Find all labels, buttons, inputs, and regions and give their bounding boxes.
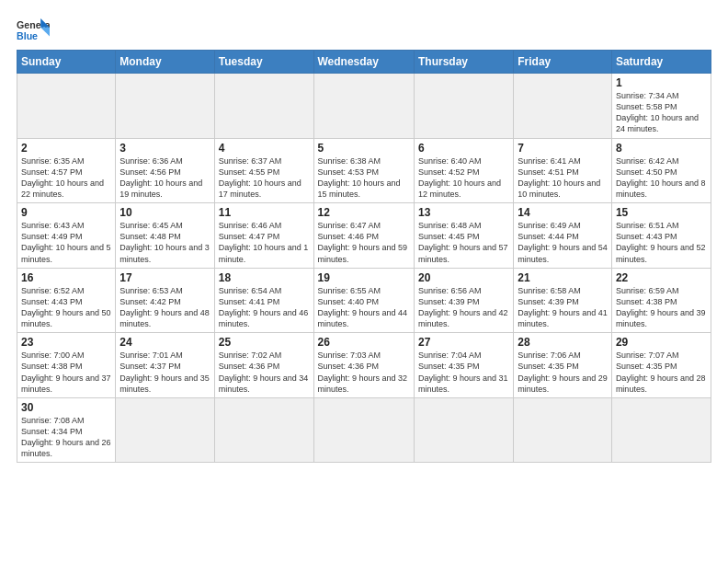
calendar: SundayMondayTuesdayWednesdayThursdayFrid… — [17, 50, 711, 463]
day-number: 7 — [518, 142, 608, 155]
calendar-day-cell: 10Sunrise: 6:45 AM Sunset: 4:48 PM Dayli… — [116, 203, 214, 269]
day-info: Sunrise: 6:40 AM Sunset: 4:52 PM Dayligh… — [418, 155, 509, 201]
day-number: 26 — [318, 336, 410, 349]
day-number: 6 — [418, 142, 509, 155]
day-number: 11 — [219, 206, 310, 219]
calendar-day-cell — [17, 74, 116, 139]
day-info: Sunrise: 7:06 AM Sunset: 4:35 PM Dayligh… — [518, 350, 608, 395]
calendar-header-row: SundayMondayTuesdayWednesdayThursdayFrid… — [17, 51, 711, 74]
col-header-sunday: Sunday — [17, 51, 116, 74]
day-info: Sunrise: 7:08 AM Sunset: 4:34 PM Dayligh… — [21, 415, 111, 460]
calendar-day-cell: 15Sunrise: 6:51 AM Sunset: 4:43 PM Dayli… — [611, 203, 711, 269]
day-number: 24 — [119, 336, 210, 349]
col-header-monday: Monday — [116, 51, 214, 74]
calendar-day-cell: 29Sunrise: 7:07 AM Sunset: 4:35 PM Dayli… — [611, 333, 711, 398]
calendar-day-cell: 22Sunrise: 6:59 AM Sunset: 4:38 PM Dayli… — [611, 268, 711, 333]
day-info: Sunrise: 7:01 AM Sunset: 4:37 PM Dayligh… — [119, 350, 210, 395]
calendar-week-4: 16Sunrise: 6:52 AM Sunset: 4:43 PM Dayli… — [17, 268, 711, 333]
calendar-day-cell — [214, 397, 313, 463]
day-number: 27 — [418, 336, 509, 349]
calendar-day-cell: 18Sunrise: 6:54 AM Sunset: 4:41 PM Dayli… — [214, 268, 313, 333]
calendar-day-cell: 23Sunrise: 7:00 AM Sunset: 4:38 PM Dayli… — [17, 333, 116, 398]
calendar-day-cell — [313, 74, 414, 139]
calendar-day-cell: 21Sunrise: 6:58 AM Sunset: 4:39 PM Dayli… — [514, 268, 612, 333]
calendar-day-cell: 24Sunrise: 7:01 AM Sunset: 4:37 PM Dayli… — [116, 333, 214, 398]
day-info: Sunrise: 6:58 AM Sunset: 4:39 PM Dayligh… — [518, 285, 608, 330]
calendar-day-cell: 1Sunrise: 7:34 AM Sunset: 5:58 PM Daylig… — [611, 74, 711, 139]
day-number: 3 — [119, 142, 210, 155]
calendar-day-cell — [214, 74, 313, 139]
calendar-day-cell: 2Sunrise: 6:35 AM Sunset: 4:57 PM Daylig… — [17, 138, 116, 203]
calendar-day-cell: 16Sunrise: 6:52 AM Sunset: 4:43 PM Dayli… — [17, 268, 116, 333]
calendar-day-cell: 3Sunrise: 6:36 AM Sunset: 4:56 PM Daylig… — [116, 138, 214, 203]
day-number: 18 — [219, 271, 310, 284]
calendar-day-cell — [414, 397, 513, 463]
calendar-week-1: 1Sunrise: 7:34 AM Sunset: 5:58 PM Daylig… — [17, 74, 711, 139]
page: General Blue SundayMondayTuesdayWednesda… — [0, 0, 728, 563]
calendar-day-cell: 26Sunrise: 7:03 AM Sunset: 4:36 PM Dayli… — [313, 333, 414, 398]
day-number: 5 — [318, 142, 410, 155]
day-info: Sunrise: 6:48 AM Sunset: 4:45 PM Dayligh… — [418, 220, 509, 265]
day-number: 25 — [219, 336, 310, 349]
day-info: Sunrise: 6:36 AM Sunset: 4:56 PM Dayligh… — [119, 155, 210, 201]
day-info: Sunrise: 6:54 AM Sunset: 4:41 PM Dayligh… — [219, 285, 310, 330]
calendar-day-cell — [414, 74, 513, 139]
calendar-day-cell — [514, 74, 612, 139]
day-number: 15 — [616, 206, 707, 219]
day-number: 14 — [518, 206, 608, 219]
calendar-day-cell: 20Sunrise: 6:56 AM Sunset: 4:39 PM Dayli… — [414, 268, 513, 333]
calendar-week-6: 30Sunrise: 7:08 AM Sunset: 4:34 PM Dayli… — [17, 397, 711, 463]
day-info: Sunrise: 6:51 AM Sunset: 4:43 PM Dayligh… — [616, 220, 707, 265]
header: General Blue — [17, 17, 711, 44]
day-number: 20 — [418, 271, 509, 284]
calendar-week-3: 9Sunrise: 6:43 AM Sunset: 4:49 PM Daylig… — [17, 203, 711, 269]
day-number: 28 — [518, 336, 608, 349]
col-header-tuesday: Tuesday — [214, 51, 313, 74]
calendar-day-cell: 14Sunrise: 6:49 AM Sunset: 4:44 PM Dayli… — [514, 203, 612, 269]
calendar-day-cell — [116, 397, 214, 463]
day-number: 16 — [21, 271, 111, 284]
day-info: Sunrise: 6:42 AM Sunset: 4:50 PM Dayligh… — [616, 155, 707, 201]
day-info: Sunrise: 6:53 AM Sunset: 4:42 PM Dayligh… — [119, 285, 210, 330]
day-info: Sunrise: 6:56 AM Sunset: 4:39 PM Dayligh… — [418, 285, 509, 330]
day-number: 13 — [418, 206, 509, 219]
day-info: Sunrise: 7:07 AM Sunset: 4:35 PM Dayligh… — [616, 350, 707, 395]
calendar-day-cell: 19Sunrise: 6:55 AM Sunset: 4:40 PM Dayli… — [313, 268, 414, 333]
day-info: Sunrise: 6:47 AM Sunset: 4:46 PM Dayligh… — [318, 220, 410, 265]
calendar-day-cell: 9Sunrise: 6:43 AM Sunset: 4:49 PM Daylig… — [17, 203, 116, 269]
day-info: Sunrise: 6:59 AM Sunset: 4:38 PM Dayligh… — [616, 285, 707, 330]
day-number: 17 — [119, 271, 210, 284]
calendar-day-cell: 25Sunrise: 7:02 AM Sunset: 4:36 PM Dayli… — [214, 333, 313, 398]
day-info: Sunrise: 6:38 AM Sunset: 4:53 PM Dayligh… — [318, 155, 410, 201]
col-header-wednesday: Wednesday — [313, 51, 414, 74]
calendar-day-cell: 5Sunrise: 6:38 AM Sunset: 4:53 PM Daylig… — [313, 138, 414, 203]
day-number: 4 — [219, 142, 310, 155]
svg-marker-3 — [40, 28, 50, 37]
day-number: 22 — [616, 271, 707, 284]
calendar-week-5: 23Sunrise: 7:00 AM Sunset: 4:38 PM Dayli… — [17, 333, 711, 398]
calendar-day-cell: 8Sunrise: 6:42 AM Sunset: 4:50 PM Daylig… — [611, 138, 711, 203]
calendar-day-cell: 6Sunrise: 6:40 AM Sunset: 4:52 PM Daylig… — [414, 138, 513, 203]
calendar-day-cell: 7Sunrise: 6:41 AM Sunset: 4:51 PM Daylig… — [514, 138, 612, 203]
calendar-day-cell: 28Sunrise: 7:06 AM Sunset: 4:35 PM Dayli… — [514, 333, 612, 398]
calendar-day-cell: 30Sunrise: 7:08 AM Sunset: 4:34 PM Dayli… — [17, 397, 116, 463]
calendar-day-cell — [313, 397, 414, 463]
calendar-week-2: 2Sunrise: 6:35 AM Sunset: 4:57 PM Daylig… — [17, 138, 711, 203]
svg-text:Blue: Blue — [17, 30, 38, 41]
day-info: Sunrise: 6:41 AM Sunset: 4:51 PM Dayligh… — [518, 155, 608, 201]
generalblue-logo-icon: General Blue — [17, 17, 50, 44]
calendar-day-cell: 27Sunrise: 7:04 AM Sunset: 4:35 PM Dayli… — [414, 333, 513, 398]
day-info: Sunrise: 6:55 AM Sunset: 4:40 PM Dayligh… — [318, 285, 410, 330]
day-info: Sunrise: 7:34 AM Sunset: 5:58 PM Dayligh… — [616, 90, 707, 135]
day-number: 30 — [21, 401, 111, 414]
day-info: Sunrise: 7:00 AM Sunset: 4:38 PM Dayligh… — [21, 350, 111, 395]
day-info: Sunrise: 6:49 AM Sunset: 4:44 PM Dayligh… — [518, 220, 608, 265]
day-info: Sunrise: 7:03 AM Sunset: 4:36 PM Dayligh… — [318, 350, 410, 395]
calendar-day-cell: 4Sunrise: 6:37 AM Sunset: 4:55 PM Daylig… — [214, 138, 313, 203]
day-number: 9 — [21, 206, 111, 219]
day-info: Sunrise: 6:43 AM Sunset: 4:49 PM Dayligh… — [21, 220, 111, 265]
col-header-friday: Friday — [514, 51, 612, 74]
day-info: Sunrise: 7:02 AM Sunset: 4:36 PM Dayligh… — [219, 350, 310, 395]
calendar-day-cell: 12Sunrise: 6:47 AM Sunset: 4:46 PM Dayli… — [313, 203, 414, 269]
day-number: 21 — [518, 271, 608, 284]
